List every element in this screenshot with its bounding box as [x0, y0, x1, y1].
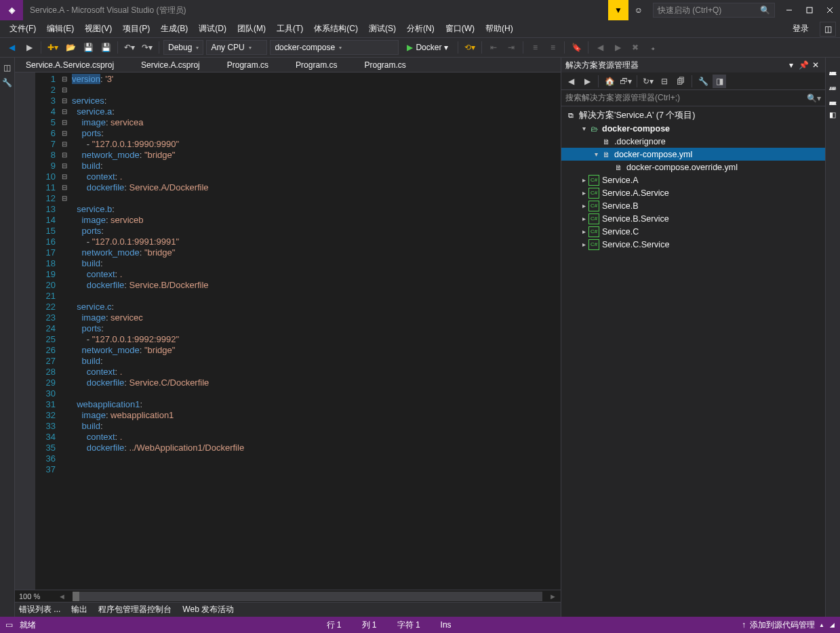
tree-item[interactable]: 🗎.dockerignore: [561, 135, 825, 148]
code-line[interactable]: webapplication1:: [72, 399, 558, 410]
back-icon[interactable]: ◀: [564, 75, 578, 88]
redo-button[interactable]: ↷▾: [140, 40, 155, 55]
source-control-button[interactable]: ↑添加到源代码管理▲: [742, 619, 824, 631]
code-line[interactable]: build:: [72, 161, 558, 171]
tree-item[interactable]: ▸C#Service.A: [561, 173, 825, 186]
startup-project-dropdown[interactable]: docker-compose▾: [270, 40, 399, 55]
code-line[interactable]: build:: [72, 356, 558, 367]
menu-item[interactable]: 分析(N): [401, 21, 440, 37]
code-editor[interactable]: 1234567891011121314151617181920212223242…: [15, 73, 561, 590]
configuration-dropdown[interactable]: Debug▾: [163, 40, 203, 55]
code-line[interactable]: [72, 193, 558, 204]
code-line[interactable]: ports:: [72, 128, 558, 139]
code-line[interactable]: context: .: [72, 171, 558, 182]
dock-tab[interactable]: 解决方案资源管理器: [826, 60, 839, 71]
quick-launch-input[interactable]: 快速启动 (Ctrl+Q) 🔍: [653, 3, 775, 18]
zoom-dropdown[interactable]: 100 %: [19, 592, 52, 600]
close-button[interactable]: [820, 0, 840, 20]
refresh-icon[interactable]: ↻▾: [641, 75, 655, 88]
fold-strip[interactable]: ⊟⊟⊟⊟⊟⊟⊟⊟⊟⊟⊟⊟: [60, 73, 69, 590]
menu-item[interactable]: 帮助(H): [480, 21, 519, 37]
pin-icon[interactable]: 📌: [798, 60, 809, 70]
server-explorer-icon[interactable]: ◫: [0, 60, 15, 75]
overflow-icon[interactable]: ₊: [645, 40, 660, 55]
dock-tab[interactable]: ◧: [827, 105, 839, 125]
code-line[interactable]: context: .: [72, 432, 558, 443]
code-line[interactable]: dockerfile: Service.B/Dockerfile: [72, 280, 558, 291]
tree-item[interactable]: ▾🗁docker-compose: [561, 122, 825, 135]
tree-item[interactable]: ▸C#Service.B.Service: [561, 212, 825, 225]
fold-toggle[interactable]: ⊟: [60, 150, 69, 161]
bottom-tab[interactable]: 错误列表 ...: [19, 604, 60, 615]
notifications-icon[interactable]: ▼: [608, 0, 628, 20]
fold-toggle[interactable]: ⊟: [60, 193, 69, 204]
browser-link-button[interactable]: ⟲▾: [462, 40, 477, 55]
toolbox-icon[interactable]: 🔧: [0, 75, 15, 90]
code-line[interactable]: network_mode: "bridge": [72, 247, 558, 258]
solution-search-input[interactable]: 搜索解决方案资源管理器(Ctrl+;) 🔍▾: [561, 90, 825, 106]
horizontal-scrollbar[interactable]: [73, 592, 542, 601]
fold-toggle[interactable]: ⊟: [60, 182, 69, 193]
code-line[interactable]: context: .: [72, 367, 558, 377]
code-line[interactable]: services:: [72, 96, 558, 106]
code-line[interactable]: service.b:: [72, 204, 558, 215]
tree-item[interactable]: ▸C#Service.C.Service: [561, 238, 825, 251]
code-line[interactable]: [72, 453, 558, 464]
fold-toggle[interactable]: ⊟: [60, 128, 69, 139]
chevron-left-icon[interactable]: ◄: [58, 592, 66, 600]
outdent-icon[interactable]: ⇤: [486, 40, 501, 55]
document-tab[interactable]: Service.A.csproj: [134, 58, 207, 72]
menu-item[interactable]: 体系结构(C): [308, 21, 363, 37]
code-line[interactable]: - "127.0.0.1:9992:9992": [72, 334, 558, 345]
collapse-icon[interactable]: ⊟: [658, 75, 671, 88]
undo-button[interactable]: ↶▾: [122, 40, 137, 55]
sign-in-link[interactable]: 登录: [786, 21, 816, 37]
tree-item[interactable]: ▸C#Service.C: [561, 225, 825, 238]
tree-item[interactable]: ▸C#Service.B: [561, 199, 825, 212]
clear-bookmark-icon[interactable]: ✖: [628, 40, 643, 55]
chevron-right-icon[interactable]: ►: [549, 592, 557, 600]
bottom-tab[interactable]: Web 发布活动: [182, 604, 234, 615]
menu-item[interactable]: 测试(S): [363, 21, 401, 37]
fold-toggle[interactable]: ⊟: [60, 171, 69, 182]
code-area[interactable]: version: '3' services: service.a: image:…: [69, 73, 561, 590]
bottom-tab[interactable]: 输出: [71, 604, 87, 615]
code-line[interactable]: [72, 464, 558, 475]
avatar-icon[interactable]: ◫: [820, 22, 836, 37]
save-button[interactable]: 💾: [81, 40, 96, 55]
dock-tab[interactable]: 团队资源管理器: [826, 90, 839, 101]
feedback-icon[interactable]: ☺: [628, 0, 649, 20]
code-line[interactable]: dockerfile: Service.A/Dockerfile: [72, 182, 558, 193]
code-line[interactable]: version: '3': [72, 74, 558, 85]
minimize-button[interactable]: [779, 0, 799, 20]
window-menu-icon[interactable]: ▾: [786, 60, 797, 70]
fold-toggle[interactable]: ⊟: [60, 106, 69, 117]
sync-icon[interactable]: 🗗▾: [619, 75, 633, 88]
fold-toggle[interactable]: ⊟: [60, 74, 69, 85]
document-tab[interactable]: Service.A.Service.csproj: [19, 58, 121, 72]
solution-tree[interactable]: ⧉解决方案'Service.A' (7 个项目)▾🗁docker-compose…: [561, 106, 825, 617]
resize-grip-icon[interactable]: ◢: [830, 621, 835, 628]
forward-icon[interactable]: ▶: [580, 75, 594, 88]
menu-item[interactable]: 视图(V): [79, 21, 117, 37]
open-file-button[interactable]: 📂: [63, 40, 78, 55]
code-line[interactable]: image: servicea: [72, 117, 558, 128]
code-line[interactable]: ports:: [72, 323, 558, 334]
code-line[interactable]: service.c:: [72, 302, 558, 312]
forward-button[interactable]: ▶: [22, 40, 37, 55]
next-bookmark-icon[interactable]: ▶: [610, 40, 625, 55]
code-line[interactable]: build:: [72, 258, 558, 269]
indent-icon[interactable]: ⇥: [504, 40, 519, 55]
uncomment-icon[interactable]: ≡: [545, 40, 560, 55]
maximize-button[interactable]: [799, 0, 820, 20]
bookmark-icon[interactable]: 🔖: [569, 40, 584, 55]
menu-item[interactable]: 调试(D): [193, 21, 232, 37]
new-project-button[interactable]: ✚▾: [45, 40, 60, 55]
run-button[interactable]: ▶Docker▾: [401, 40, 454, 55]
tree-item[interactable]: ▾🗎docker-compose.yml: [561, 148, 825, 161]
code-line[interactable]: context: .: [72, 269, 558, 280]
menu-item[interactable]: 窗口(W): [440, 21, 480, 37]
tree-item[interactable]: 🗎docker-compose.override.yml: [561, 161, 825, 173]
code-line[interactable]: image: serviceb: [72, 215, 558, 226]
code-line[interactable]: build:: [72, 421, 558, 432]
